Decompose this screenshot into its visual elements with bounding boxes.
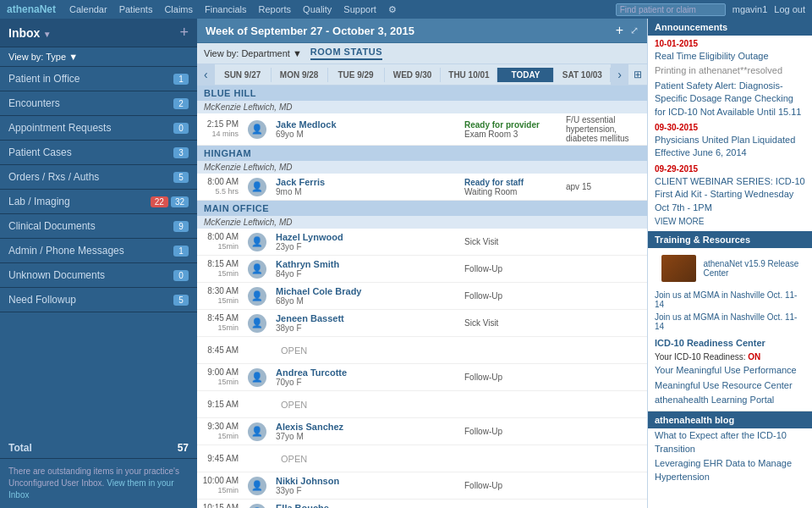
- announcements-title: Announcements: [648, 19, 812, 36]
- nav-financials[interactable]: Financials: [205, 4, 247, 15]
- day-label: THU 10/01: [442, 70, 495, 80]
- open-slot-945[interactable]: 9:45 AM OPEN: [197, 445, 647, 472]
- training-item-mgma-2: Join us at MGMA in Nashville Oct. 11-14: [648, 311, 812, 333]
- week-day-sun[interactable]: SUN 9/27: [215, 68, 272, 82]
- nav-patients[interactable]: Patients: [119, 4, 153, 15]
- appointment-kathryn-smith[interactable]: 8:15 AM15min 👤 Kathryn Smith84yo F Follo…: [197, 256, 647, 283]
- nav-claims[interactable]: Claims: [164, 4, 193, 15]
- patient-age: 9mo M: [276, 187, 456, 196]
- schedule-controls: View by: Department ▼ ROOM STATUS: [197, 43, 647, 64]
- main-layout: Inbox ▼ + View by: Type ▼ Patient in Off…: [0, 19, 812, 508]
- expand-icon[interactable]: ⤢: [630, 25, 639, 36]
- sidebar-item-orders[interactable]: Orders / Rxs / Auths 5: [0, 165, 197, 190]
- appointment-time: 9:15 AM: [197, 397, 244, 411]
- training-release-center-link[interactable]: athenaNet v15.9 Release Center: [703, 259, 805, 278]
- sidebar-item-label: Clinical Documents: [8, 220, 96, 232]
- appointment-note: [562, 268, 647, 271]
- sidebar-item-patient-cases[interactable]: Patient Cases 3: [0, 141, 197, 165]
- sidebar-item-patient-in-office[interactable]: Patient in Office 1: [0, 67, 197, 91]
- meaningful-use-resource-link[interactable]: Meaningful Use Resource Center: [648, 378, 812, 393]
- week-day-mon[interactable]: MON 9/28: [272, 68, 328, 82]
- add-schedule-icon[interactable]: +: [616, 23, 623, 38]
- week-day-tue[interactable]: TUE 9/29: [328, 68, 385, 82]
- prev-week-button[interactable]: ‹: [197, 64, 215, 85]
- doctor-header-hingham: McKenzie Leftwich, MD: [197, 161, 647, 174]
- patient-age: 69yo M: [276, 130, 456, 139]
- logout-button[interactable]: Log out: [774, 4, 805, 14]
- appointment-hazel-lynwood[interactable]: 8:00 AM15min 👤 Hazel Lynwood23yo F Sick …: [197, 229, 647, 256]
- announcement-date-3: 09-29-2015: [648, 161, 812, 174]
- grid-view-icon[interactable]: ⊞: [628, 65, 647, 84]
- training-mgma-link-2[interactable]: Join us at MGMA in Nashville Oct. 11-14: [655, 312, 797, 331]
- open-slot-label: OPEN: [276, 450, 312, 467]
- patient-age: 37yo M: [276, 432, 456, 441]
- nav-quality[interactable]: Quality: [303, 4, 332, 15]
- nav-username: mgavin1: [732, 4, 768, 14]
- appointment-status: Ready for provider Exam Room 3: [461, 119, 562, 141]
- appointment-jake-medlock[interactable]: 2:15 PM 14 mins 👤 Jake Medlock 69yo M Re…: [197, 113, 647, 146]
- open-slot-845[interactable]: 8:45 AM OPEN: [197, 337, 647, 364]
- room-status-tab[interactable]: ROOM STATUS: [310, 47, 382, 60]
- nav-calendar[interactable]: Calendar: [69, 4, 107, 15]
- sidebar-total-count: 57: [178, 442, 189, 454]
- appointment-ella-bouche[interactable]: 10:15 AM30min 👤 Ella Bouche15mo F Well C…: [197, 500, 647, 508]
- meaningful-use-perf-link[interactable]: Your Meaningful Use Performance: [648, 363, 812, 378]
- sidebar-item-appointment-requests[interactable]: Appointment Requests 0: [0, 116, 197, 141]
- sidebar-item-lab-imaging[interactable]: Lab / Imaging 22 32: [0, 190, 197, 214]
- nav-reports[interactable]: Reports: [259, 4, 292, 15]
- patient-name: Ella Bouche: [276, 503, 456, 508]
- appointment-nikki-johnson[interactable]: 10:00 AM15min 👤 Nikki Johnson33yo F Foll…: [197, 472, 647, 500]
- blog-link-icd10[interactable]: What to Expect after the ICD-10 Transiti…: [648, 428, 812, 456]
- avatar: 👤: [248, 287, 266, 306]
- week-day-thu[interactable]: THU 10/01: [441, 68, 497, 82]
- sidebar-item-admin-phone[interactable]: Admin / Phone Messages 1: [0, 239, 197, 263]
- announcement-link-patient-safety[interactable]: Patient Safety Alert: Diagnosis-Specific…: [648, 79, 812, 119]
- schedule-title: Week of September 27 - October 3, 2015: [206, 25, 414, 37]
- training-item-mgma-1: Join us at MGMA in Nashville Oct. 11-14: [648, 289, 812, 311]
- next-week-button[interactable]: ›: [611, 64, 628, 85]
- week-days: SUN 9/27 MON 9/28 TUE 9/29 WED 9/30 THU …: [215, 68, 612, 82]
- training-video-row: athenaNet v15.9 Release Center: [648, 248, 812, 289]
- view-more-link[interactable]: VIEW MORE: [648, 215, 812, 231]
- icd10-readiness-link[interactable]: ICD-10 Readiness Center: [648, 336, 812, 351]
- day-label: MON 9/28: [273, 70, 326, 80]
- patient-search-input[interactable]: [616, 3, 726, 16]
- announcement-link-physicians[interactable]: Physicians United Plan Liquidated Effect…: [648, 133, 812, 161]
- appointment-alexis-sanchez[interactable]: 9:30 AM15min 👤 Alexis Sanchez37yo M Foll…: [197, 418, 647, 445]
- sidebar-add-button[interactable]: +: [179, 24, 189, 41]
- blog-link-ehr[interactable]: Leveraging EHR Data to Manage Hypertensi…: [648, 456, 812, 484]
- learning-portal-link[interactable]: athenahealth Learning Portal: [648, 393, 812, 407]
- open-slot-label: OPEN: [276, 342, 312, 359]
- appointment-jeneen-bassett[interactable]: 8:45 AM15min 👤 Jeneen Bassett38yo F Sick…: [197, 310, 647, 337]
- room-text: Exam Room 3: [464, 130, 559, 139]
- announcement-link-webinar[interactable]: CLIENT WEBINAR SERIES: ICD-10 First Aid …: [648, 174, 812, 215]
- week-day-today[interactable]: TODAY: [497, 68, 554, 82]
- avatar: 👤: [248, 477, 266, 495]
- training-mgma-link-1[interactable]: Join us at MGMA in Nashville Oct. 11-14: [655, 290, 797, 309]
- sidebar-view-by[interactable]: View by: Type ▼: [0, 47, 197, 67]
- sidebar-item-count: 1: [173, 246, 189, 257]
- patient-name: Michael Cole Brady: [276, 286, 456, 296]
- week-day-wed[interactable]: WED 9/30: [385, 68, 442, 82]
- sidebar-item-count: 3: [173, 147, 189, 158]
- announcement-link-printing[interactable]: Printing in athenanet**resolved: [648, 64, 812, 78]
- announcement-link-eligibility[interactable]: Real Time Eligibility Outage: [648, 49, 812, 64]
- appointment-andrea-turcotte[interactable]: 9:00 AM15min 👤 Andrea Turcotte70yo F Fol…: [197, 364, 647, 391]
- sidebar-item-unknown-documents[interactable]: Unknown Documents 0: [0, 263, 197, 288]
- week-day-sat[interactable]: SAT 10/03: [554, 68, 611, 82]
- appointment-time: 8:45 AM15min: [197, 311, 244, 335]
- sidebar-total: Total 57: [0, 438, 197, 459]
- sidebar-item-count: 0: [173, 270, 189, 281]
- view-by-dept[interactable]: View by: Department ▼: [204, 48, 302, 58]
- day-label: SAT 10/03: [556, 70, 608, 80]
- nav-support[interactable]: Support: [343, 4, 376, 15]
- sidebar-item-need-followup[interactable]: Need Followup 5: [0, 288, 197, 312]
- sidebar-total-label: Total: [8, 442, 32, 454]
- appointment-michael-brady[interactable]: 8:30 AM15min 👤 Michael Cole Brady68yo M …: [197, 283, 647, 310]
- sidebar-item-encounters[interactable]: Encounters 2: [0, 91, 197, 116]
- sidebar-item-label: Patient in Office: [8, 73, 80, 85]
- nav-settings[interactable]: ⚙: [388, 4, 397, 15]
- sidebar-item-clinical-documents[interactable]: Clinical Documents 9: [0, 214, 197, 239]
- appointment-jack-ferris[interactable]: 8:00 AM 5.5 hrs 👤 Jack Ferris 9mo M Read…: [197, 174, 647, 201]
- open-slot-915[interactable]: 9:15 AM OPEN: [197, 391, 647, 418]
